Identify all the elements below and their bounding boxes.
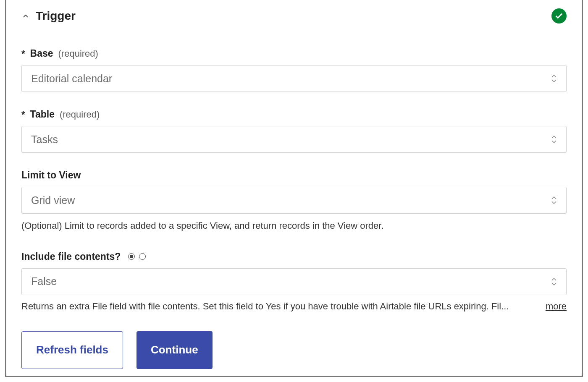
limit-view-select[interactable]: Grid view xyxy=(21,187,567,214)
trigger-panel: Trigger * Base (required) Editorial cale… xyxy=(5,0,583,377)
field-label-include-files: Include file contents? xyxy=(21,251,121,262)
field-base: * Base (required) Editorial calendar xyxy=(21,48,567,92)
radio-option-unselected[interactable] xyxy=(139,253,146,260)
required-tag: (required) xyxy=(58,48,98,59)
updown-icon xyxy=(551,196,557,204)
include-files-select-value: False xyxy=(31,275,57,288)
table-select[interactable]: Tasks xyxy=(21,126,567,153)
section-header: Trigger xyxy=(21,8,567,24)
more-link[interactable]: more xyxy=(546,301,567,312)
include-files-help: Returns an extra File field with file co… xyxy=(21,301,537,312)
table-select-value: Tasks xyxy=(31,133,58,146)
status-success-icon xyxy=(551,8,567,24)
field-table: * Table (required) Tasks xyxy=(21,109,567,153)
continue-button[interactable]: Continue xyxy=(136,331,213,369)
limit-view-select-value: Grid view xyxy=(31,194,75,207)
radio-option-selected[interactable] xyxy=(128,253,135,260)
required-tag: (required) xyxy=(60,109,100,120)
updown-icon xyxy=(551,278,557,285)
refresh-fields-button[interactable]: Refresh fields xyxy=(21,331,123,369)
include-files-select[interactable]: False xyxy=(21,268,567,295)
updown-icon xyxy=(551,136,557,143)
field-label-base: Base xyxy=(30,48,53,59)
button-row: Refresh fields Continue xyxy=(21,331,567,369)
field-limit-view: Limit to View Grid view (Optional) Limit… xyxy=(21,170,567,233)
required-asterisk: * xyxy=(21,109,25,120)
limit-view-help: (Optional) Limit to records added to a s… xyxy=(21,220,567,233)
updown-icon xyxy=(551,75,557,82)
required-asterisk: * xyxy=(21,48,25,59)
section-title: Trigger xyxy=(36,9,76,23)
collapse-icon[interactable] xyxy=(21,12,30,20)
base-select-value: Editorial calendar xyxy=(31,73,112,85)
field-label-limit-view: Limit to View xyxy=(21,170,81,181)
base-select[interactable]: Editorial calendar xyxy=(21,65,567,92)
field-include-files: Include file contents? False Returns an … xyxy=(21,251,567,312)
include-files-toggle xyxy=(128,253,146,260)
field-label-table: Table xyxy=(30,109,55,120)
